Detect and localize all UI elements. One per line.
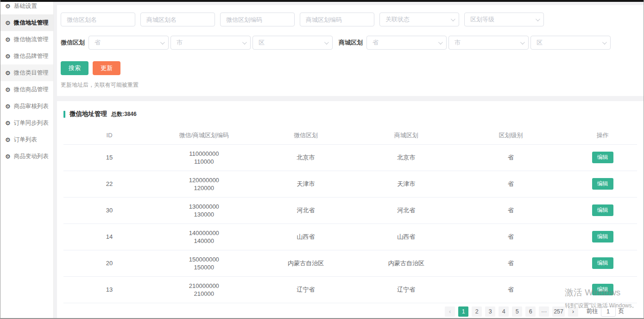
sidebar-item-wechat-product[interactable]: ⚙ 微信商品管理	[0, 81, 53, 98]
table-row: 13 210000000 210000 辽宁省 辽宁省 省 编辑	[63, 276, 637, 303]
cell-codes: 120000000 120000	[155, 171, 253, 197]
filter-panel: 关联状态 区划等级 微信区划 省 市	[57, 5, 644, 96]
edit-button[interactable]: 编辑	[592, 231, 613, 242]
cell-level: 省	[454, 171, 568, 197]
table-row: 20 150000000 150000 内蒙古自治区 内蒙古自治区 省 编辑	[63, 250, 637, 276]
mall-region-name-input[interactable]	[140, 13, 215, 26]
sidebar-item-product-change-list[interactable]: ⚙ 商品变动列表	[0, 148, 53, 165]
sidebar-item-order-list[interactable]: ⚙ 订单列表	[0, 131, 53, 148]
update-button[interactable]: 更新	[93, 61, 120, 75]
gear-icon: ⚙	[5, 3, 11, 9]
mall-region-label: 商城区划	[339, 38, 363, 47]
gear-icon: ⚙	[5, 153, 11, 160]
cell-wechat-region: 山西省	[253, 223, 359, 250]
goto-page-input[interactable]	[601, 306, 616, 317]
gear-icon: ⚙	[5, 20, 11, 26]
select-placeholder: 区	[259, 38, 265, 47]
gear-icon: ⚙	[5, 87, 11, 93]
sidebar-item-order-sync-list[interactable]: ⚙ 订单同步列表	[0, 115, 53, 131]
relation-status-select[interactable]: 关联状态	[379, 13, 459, 26]
select-placeholder: 区	[537, 38, 543, 47]
mall-province-select[interactable]: 省	[366, 36, 447, 50]
cell-level: 省	[454, 250, 568, 276]
cell-wechat-region: 辽宁省	[253, 276, 359, 303]
mall-region-code-input[interactable]	[300, 13, 374, 26]
select-placeholder: 市	[455, 38, 461, 47]
mall-city-select[interactable]: 市	[448, 36, 529, 50]
col-header-id: ID	[63, 127, 155, 144]
sidebar-item-product-review-list[interactable]: ⚙ 商品审核列表	[0, 98, 53, 115]
search-button[interactable]: 搜索	[61, 61, 88, 75]
edit-button[interactable]: 编辑	[592, 284, 613, 295]
cell-mall-region: 山西省	[359, 223, 454, 250]
chevron-down-icon	[242, 40, 247, 45]
page-button-3[interactable]: 3	[485, 306, 495, 317]
goto-label: 前往	[587, 307, 598, 315]
update-hint-text: 更新地址后，关联有可能被重置	[61, 81, 640, 89]
total-count: 总数:3846	[111, 110, 137, 118]
sidebar-item-basic-settings[interactable]: ⚙ 基础设置	[0, 2, 53, 14]
wechat-code: 210000000	[155, 282, 253, 289]
sidebar-item-wechat-category[interactable]: ⚙ 微信类目管理	[0, 64, 53, 81]
page-ellipsis[interactable]: ···	[539, 306, 549, 317]
sidebar-item-label: 微信物流管理	[14, 36, 49, 44]
sidebar-item-wechat-logistics[interactable]: ⚙ 微信物流管理	[0, 31, 53, 48]
prev-page-button[interactable]: ‹	[445, 306, 455, 317]
cell-id: 30	[63, 197, 155, 223]
mall-district-select[interactable]: 区	[530, 36, 611, 50]
page-unit-label: 页	[619, 307, 625, 315]
pagination: ‹ 1 2 3 4 5 6 ··· 257 › 前往 页	[63, 306, 637, 317]
wechat-code: 110000000	[155, 150, 253, 157]
next-page-button[interactable]: ›	[568, 306, 578, 317]
content-top-strip	[57, 2, 644, 5]
edit-button[interactable]: 编辑	[592, 178, 613, 190]
cell-wechat-region: 内蒙古自治区	[253, 250, 359, 276]
mall-code: 140000	[155, 237, 253, 244]
cell-id: 22	[63, 171, 155, 197]
cell-codes: 110000000 110000	[155, 144, 253, 171]
edit-button[interactable]: 编辑	[592, 152, 613, 163]
cell-level: 省	[454, 276, 568, 303]
col-header-mall-region: 商城区划	[359, 127, 454, 144]
sidebar-item-wechat-brand[interactable]: ⚙ 微信品牌管理	[0, 48, 53, 64]
page-button-2[interactable]: 2	[472, 306, 482, 317]
cell-codes: 140000000 140000	[155, 223, 253, 250]
wechat-region-name-input[interactable]	[61, 13, 135, 26]
section-gap	[57, 96, 644, 101]
page-button-6[interactable]: 6	[525, 306, 536, 317]
wechat-city-select[interactable]: 市	[170, 36, 251, 50]
wechat-region-label: 微信区划	[61, 38, 85, 47]
filter-row-2: 微信区划 省 市 区 商城区划 省	[61, 36, 640, 50]
gear-icon: ⚙	[5, 37, 11, 43]
table-row: 15 110000000 110000 北京市 北京市 省 编辑	[63, 144, 637, 171]
page-button-1[interactable]: 1	[458, 306, 468, 317]
sidebar-item-wechat-address[interactable]: ⚙ 微信地址管理	[0, 14, 53, 31]
cell-level: 省	[454, 144, 568, 171]
wechat-district-select[interactable]: 区	[253, 36, 333, 50]
mall-code: 210000	[155, 290, 253, 297]
cell-mall-region: 内蒙古自治区	[359, 250, 454, 276]
select-placeholder: 关联状态	[385, 15, 410, 24]
page-button-5[interactable]: 5	[512, 306, 522, 317]
main-content: 关联状态 区划等级 微信区划 省 市	[57, 2, 644, 319]
col-header-codes: 微信/商城区划编码	[155, 127, 253, 144]
page-title: 微信地址管理	[69, 110, 107, 118]
goto-page-group: 前往 页	[587, 306, 625, 317]
region-level-select[interactable]: 区划等级	[464, 13, 544, 26]
table-row: 22 120000000 120000 天津市 天津市 省 编辑	[63, 171, 637, 197]
cell-mall-region: 北京市	[359, 144, 454, 171]
wechat-province-select[interactable]: 省	[88, 36, 169, 50]
chevron-down-icon	[451, 17, 455, 21]
page-button-last[interactable]: 257	[552, 306, 565, 317]
chevron-down-icon	[520, 40, 525, 45]
page-button-4[interactable]: 4	[499, 306, 509, 317]
sidebar-item-label: 基础设置	[14, 2, 37, 10]
edit-button[interactable]: 编辑	[592, 204, 613, 216]
edit-button[interactable]: 编辑	[592, 257, 613, 269]
select-placeholder: 省	[95, 38, 101, 47]
cell-wechat-region: 河北省	[253, 197, 359, 223]
chevron-down-icon	[160, 40, 165, 45]
admin-window: ⚙ 基础设置 ⚙ 微信地址管理 ⚙ 微信物流管理 ⚙ 微信品牌管理 ⚙ 微信	[0, 0, 644, 319]
wechat-region-code-input[interactable]	[220, 13, 295, 26]
cell-wechat-region: 北京市	[253, 144, 359, 171]
